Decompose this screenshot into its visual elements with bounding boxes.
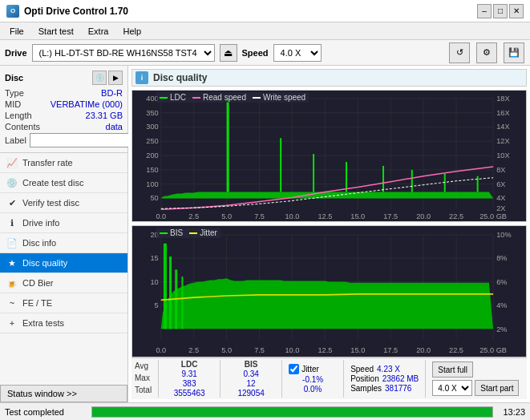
sidebar: Disc 💿 ▶ Type BD-R MID VERBATIMe (000) L… [0,66,128,402]
close-button[interactable]: ✕ [509,4,524,18]
bis-avg: 0.34 [227,370,275,378]
app-title: Opti Drive Control 1.70 [24,6,128,17]
svg-text:14X: 14X [496,123,509,131]
svg-text:15.0: 15.0 [350,212,365,220]
disc-quality-icon: ★ [6,257,18,269]
charts-container: LDC Read speed Write speed [131,90,527,357]
sidebar-item-transfer-rate[interactable]: 📈 Transfer rate [0,153,127,173]
toolbar-save-btn[interactable]: 💾 [504,42,524,63]
start-full-button[interactable]: Start full [432,361,473,378]
svg-text:200: 200 [146,151,158,160]
disc-icon-1[interactable]: 💿 [92,71,107,85]
minimize-button[interactable]: – [477,4,492,18]
toolbar-refresh-btn[interactable]: ↺ [449,42,470,63]
top-chart-legend: LDC Read speed Write speed [156,92,309,103]
ldc-header: LDC [165,360,213,369]
toolbar-options-btn[interactable]: ⚙ [476,42,497,63]
bis-max: 12 [227,379,275,388]
ldc-max: 383 [165,379,213,388]
verify-test-icon: ✔ [6,197,18,208]
jitter-avg: -0.1% [289,375,337,384]
sidebar-item-extra-tests[interactable]: + Extra tests [0,313,127,333]
svg-rect-96 [181,277,183,329]
sidebar-item-disc-quality[interactable]: ★ Disc quality [0,253,127,273]
menu-extra[interactable]: Extra [82,25,115,38]
menu-bar: File Start test Extra Help [0,22,530,40]
drive-label: Drive [5,48,27,58]
svg-text:17.5: 17.5 [383,345,398,354]
cd-bier-icon: 🍺 [6,277,18,289]
bottom-chart-svg: 20 15 10 5 10% 8% 6% 4% 2% [132,226,526,357]
menu-start-test[interactable]: Start test [32,25,80,38]
svg-text:5.0: 5.0 [221,212,232,220]
svg-text:350: 350 [146,109,158,117]
jitter-check[interactable] [289,364,299,374]
svg-rect-51 [346,162,347,192]
jitter-stats-col: Jitter -0.1% 0.0% [289,364,337,394]
svg-rect-54 [444,174,446,192]
top-chart-svg: 400 350 300 250 200 150 100 50 18X [132,91,526,221]
label-input[interactable] [30,133,136,147]
eject-button[interactable]: ⏏ [220,44,237,62]
total-row-label: Total [135,386,152,397]
svg-text:10X: 10X [496,151,509,160]
transfer-rate-icon: 📈 [6,157,18,168]
sidebar-item-create-test-disc[interactable]: 💿 Create test disc [0,173,127,193]
sidebar-item-drive-info[interactable]: ℹ Drive info [0,213,127,233]
svg-rect-48 [227,99,229,192]
menu-file[interactable]: File [3,25,30,38]
svg-text:16X: 16X [496,109,509,117]
sidebar-item-label: Extra tests [22,318,64,328]
position-value: 23862 MB [382,374,419,383]
jitter-checkbox[interactable]: Jitter [289,364,337,374]
start-speed-select[interactable]: 4.0 X [432,380,472,396]
position-label: Position [350,374,379,383]
avg-row-label: Avg [135,361,152,373]
svg-text:12X: 12X [496,137,509,145]
ldc-avg: 9.31 [165,370,213,378]
svg-text:20.0: 20.0 [416,345,431,354]
mid-value: VERBATIMe (000) [51,99,123,109]
svg-rect-94 [169,256,172,329]
main-layout: Disc 💿 ▶ Type BD-R MID VERBATIMe (000) L… [0,66,530,402]
sidebar-item-disc-info[interactable]: 📄 Disc info [0,233,127,253]
sidebar-item-cd-bier[interactable]: 🍺 CD Bier [0,273,127,293]
status-time: 13:23 [503,407,525,417]
svg-text:10: 10 [150,277,158,286]
speed-select[interactable]: 4.0 X [273,44,322,62]
svg-text:4%: 4% [496,301,508,309]
svg-text:5: 5 [155,301,159,309]
svg-text:6%: 6% [496,277,508,286]
drive-select[interactable]: (L:) HL-DT-ST BD-RE WH16NS58 TST4 [32,44,215,62]
sidebar-item-verify-test-disc[interactable]: ✔ Verify test disc [0,193,127,213]
jitter-legend: Jitter [189,228,217,237]
dq-icon: i [136,71,148,84]
sidebar-item-label: FE / TE [22,298,52,308]
svg-rect-55 [477,176,479,192]
app-icon: O [6,5,19,18]
samples-value: 381776 [385,384,411,393]
sidebar-item-fe-te[interactable]: ~ FE / TE [0,293,127,313]
svg-rect-50 [313,154,314,192]
svg-text:12.5: 12.5 [318,345,332,354]
bottom-chart-legend: BIS Jitter [156,228,220,238]
maximize-button[interactable]: □ [493,4,508,18]
menu-help[interactable]: Help [116,25,148,38]
jitter-header: Jitter [301,365,319,374]
read-speed-legend: Read speed [192,93,246,102]
sidebar-nav: 📈 Transfer rate 💿 Create test disc ✔ Ver… [0,153,127,333]
drive-toolbar: Drive (L:) HL-DT-ST BD-RE WH16NS58 TST4 … [0,40,530,66]
svg-text:8X: 8X [496,166,505,174]
ldc-legend: LDC [160,93,186,102]
speed-label: Speed [350,365,374,374]
svg-text:17.5: 17.5 [383,212,398,220]
svg-rect-52 [382,166,384,192]
title-bar: O Opti Drive Control 1.70 – □ ✕ [0,0,530,22]
sidebar-item-label: Create test disc [22,178,83,188]
status-window-button[interactable]: Status window >> [0,385,127,402]
svg-text:0.0: 0.0 [156,345,166,354]
sidebar-item-label: Transfer rate [22,158,73,168]
disc-icon-2[interactable]: ▶ [108,71,123,85]
sidebar-item-label: Verify test disc [22,198,79,208]
start-part-button[interactable]: Start part [475,380,519,396]
